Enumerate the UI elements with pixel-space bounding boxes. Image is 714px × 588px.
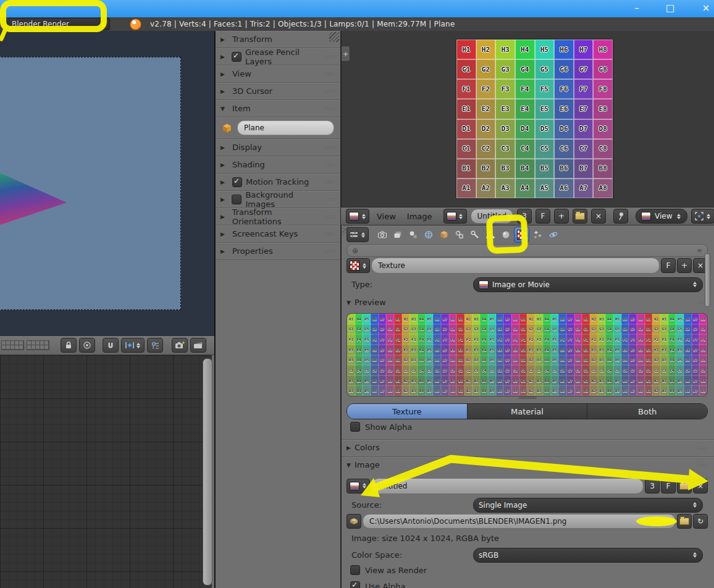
panel-header-grease-pencil-layers[interactable]: ▶Grease Pencil Layers:::: xyxy=(216,48,340,65)
panel-header-display[interactable]: ▶Display:::: xyxy=(216,139,340,156)
proportional-edit-icon[interactable] xyxy=(79,338,95,353)
preview-cell: G3 xyxy=(347,324,355,335)
opengl-render-animation-icon[interactable] xyxy=(190,338,206,353)
tab-modifiers[interactable] xyxy=(468,227,482,242)
tab-render[interactable] xyxy=(375,227,389,242)
preview-cell: A6 xyxy=(621,385,629,396)
toolshelf-tab[interactable]: + xyxy=(342,46,350,62)
tab-texture-properties[interactable] xyxy=(514,227,529,243)
panel-resize-handle[interactable] xyxy=(518,397,537,399)
open-image-button[interactable] xyxy=(677,479,692,494)
panel-header-transform-orientations[interactable]: ▶Transform Orientations:::: xyxy=(216,208,340,225)
pack-image-button[interactable] xyxy=(346,514,361,529)
tab-world[interactable] xyxy=(421,227,435,242)
source-dropdown[interactable]: Single Image xyxy=(473,498,703,513)
panel-header-properties[interactable]: ▶Properties:::: xyxy=(216,243,340,260)
editor-type-button[interactable] xyxy=(346,209,369,224)
preview-cell: E8 xyxy=(511,345,519,355)
region-corner-widget[interactable] xyxy=(342,226,352,236)
tab-material[interactable] xyxy=(498,227,513,242)
preview-texture-button[interactable]: Texture xyxy=(347,404,467,419)
tab-object[interactable] xyxy=(437,227,451,242)
grid-cell-H3: H3 xyxy=(495,40,515,59)
properties-scrollbar[interactable] xyxy=(705,253,710,307)
browse-image-button[interactable] xyxy=(443,209,467,224)
colorspace-dropdown[interactable]: sRGB xyxy=(473,548,703,563)
preview-cell: C1 xyxy=(394,365,402,376)
preview-cell: A6 xyxy=(371,385,379,396)
minimize-button[interactable]: – xyxy=(629,2,645,14)
grid-cell-E5: E5 xyxy=(535,99,555,119)
view-mode-dropdown[interactable]: View xyxy=(636,209,687,224)
motion-tracking-checkbox[interactable] xyxy=(232,177,242,187)
panel-header-3d-cursor[interactable]: ▶3D Cursor:::: xyxy=(216,83,340,100)
particles-icon xyxy=(533,230,543,240)
browse-file-button[interactable] xyxy=(677,514,692,529)
browse-image-button[interactable] xyxy=(346,479,370,494)
preview-cell: C3 xyxy=(410,365,418,376)
colors-panel-header[interactable]: ▶ Colors :::: xyxy=(346,443,708,452)
fake-user-button[interactable]: F xyxy=(661,479,676,494)
panel-header-motion-tracking[interactable]: ▶Motion Tracking:::: xyxy=(216,174,340,191)
panel-header-shading[interactable]: ▶Shading:::: xyxy=(216,156,340,174)
texture-name-field[interactable]: Texture xyxy=(371,258,660,274)
menu-view[interactable]: View xyxy=(373,212,400,221)
users-count-button[interactable]: 3 xyxy=(517,209,532,224)
object-name-field[interactable]: Plane xyxy=(237,120,334,135)
image-name-field[interactable]: Untitled xyxy=(371,478,644,494)
new-texture-button[interactable]: + xyxy=(677,258,692,273)
open-image-button[interactable] xyxy=(573,209,587,224)
unlink-image-button[interactable]: × xyxy=(591,209,606,224)
tab-render-layers[interactable] xyxy=(390,227,405,242)
textured-plane[interactable] xyxy=(0,170,74,229)
uv-image-editor[interactable]: + H1H2H3H4H5H6H7H8G1G2G3G4G5G6G7G8F1F2F3… xyxy=(341,31,714,207)
snap-element-dropdown[interactable] xyxy=(121,338,145,353)
preview-material-button[interactable]: Material xyxy=(467,404,587,419)
panel-header-item[interactable]: ▼Item:::: xyxy=(216,100,340,117)
reload-image-button[interactable]: ↻ xyxy=(693,514,708,529)
tab-constraints[interactable] xyxy=(452,227,466,242)
image-name-field[interactable]: Untitled xyxy=(471,209,513,224)
snap-target-icon[interactable] xyxy=(147,338,163,353)
snap-magnet-icon[interactable] xyxy=(103,338,119,353)
layers-widget-2[interactable] xyxy=(27,340,49,350)
tab-particles[interactable] xyxy=(531,227,545,242)
3d-viewport[interactable] xyxy=(0,31,214,335)
panel-header-view[interactable]: ▶View:::: xyxy=(216,65,340,83)
grease-pencil-layers-checkbox[interactable] xyxy=(232,52,242,62)
panel-header-screencast-keys[interactable]: ▶Screencast Keys:::: xyxy=(216,225,340,243)
pivot-button[interactable] xyxy=(691,209,714,224)
image-panel-header[interactable]: ▼ Image :::: xyxy=(346,460,708,469)
unlink-image-button[interactable]: × xyxy=(693,479,708,494)
preview-both-button[interactable]: Both xyxy=(587,404,707,419)
maximize-button[interactable]: □ xyxy=(662,2,678,14)
render-engine-dropdown[interactable]: Blender Render xyxy=(7,18,110,30)
tab-scene[interactable] xyxy=(406,227,420,242)
menu-image[interactable]: Image xyxy=(403,212,436,221)
animation-editor-grid[interactable] xyxy=(0,355,214,588)
tab-physics[interactable] xyxy=(546,227,560,242)
new-image-button[interactable]: + xyxy=(554,209,569,224)
panel-header-background-images[interactable]: ▶Background Images:::: xyxy=(216,191,340,208)
tab-object-data[interactable] xyxy=(483,227,497,242)
close-button[interactable]: × xyxy=(698,2,714,14)
background-images-checkbox[interactable] xyxy=(232,195,242,204)
fake-user-button[interactable]: F xyxy=(536,209,550,224)
texture-type-dropdown[interactable]: Image or Movie xyxy=(473,277,703,292)
region-corner-widget[interactable] xyxy=(329,32,339,42)
show-alpha-checkbox[interactable] xyxy=(350,422,360,432)
lock-icon[interactable] xyxy=(61,338,77,353)
browse-texture-button[interactable] xyxy=(346,258,370,273)
view-as-render-checkbox[interactable] xyxy=(350,565,360,575)
vertical-scrollbar[interactable] xyxy=(203,358,212,586)
opengl-render-camera-icon[interactable]: + xyxy=(172,338,188,353)
layers-widget-1[interactable] xyxy=(1,340,24,350)
users-count-button[interactable]: 3 xyxy=(645,479,660,494)
preview-panel-header[interactable]: ▼ Preview :::: xyxy=(346,298,708,307)
use-alpha-checkbox[interactable] xyxy=(350,581,360,588)
fake-user-button[interactable]: F xyxy=(661,258,676,273)
panel-header-transform[interactable]: ▶Transform:::: xyxy=(216,31,340,48)
filepath-field[interactable]: C:\Users\Antonio\Documents\BLENDER\IMAGE… xyxy=(363,514,676,529)
preview-cell: A5 xyxy=(426,385,434,396)
pin-button[interactable] xyxy=(613,209,628,224)
